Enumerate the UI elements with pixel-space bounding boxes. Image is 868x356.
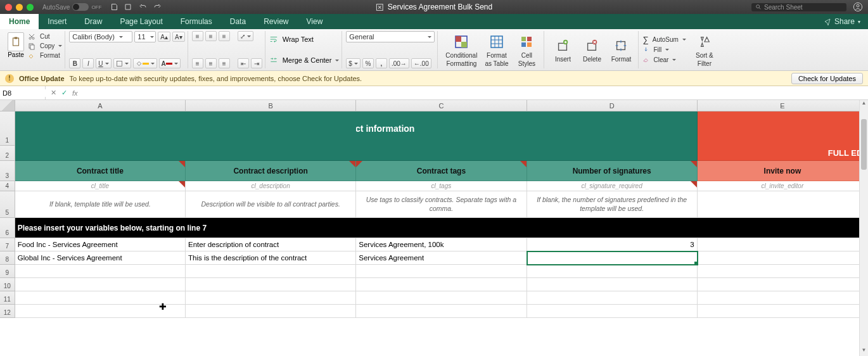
window-maximize[interactable]: [27, 4, 34, 11]
save-alt-icon[interactable]: [124, 3, 132, 11]
cell-C7[interactable]: Services Agreement, 100k: [356, 238, 527, 251]
cell-C5[interactable]: Use tags to classify contracts. Separate…: [356, 191, 527, 218]
cell-C9[interactable]: [356, 265, 527, 278]
cell-B8[interactable]: This is the description of the contract: [186, 251, 356, 265]
cell-A10[interactable]: [15, 278, 186, 291]
cell-E11[interactable]: [698, 291, 868, 305]
clear-button[interactable]: Clear: [642, 56, 686, 64]
cell-A5[interactable]: If blank, template title will be used.: [15, 191, 186, 218]
col-header-E[interactable]: E: [698, 100, 868, 111]
border-button[interactable]: [113, 58, 131, 68]
window-minimize[interactable]: [16, 4, 23, 11]
col-header-D[interactable]: D: [527, 100, 698, 111]
cell-D11[interactable]: [527, 291, 698, 305]
scroll-up-icon[interactable]: ▲: [860, 100, 868, 109]
cell-A11[interactable]: [15, 291, 186, 305]
undo-icon[interactable]: [138, 3, 147, 11]
cell-B10[interactable]: [186, 278, 356, 291]
autosum-button[interactable]: ∑AutoSum: [642, 35, 686, 44]
cell-A1[interactable]: [15, 111, 186, 146]
align-top-button[interactable]: ≡: [192, 31, 203, 41]
increase-font-button[interactable]: A▴: [158, 32, 170, 42]
format-cells-button[interactable]: Format: [606, 35, 635, 64]
formula-input[interactable]: [83, 89, 863, 97]
percent-button[interactable]: %: [362, 58, 374, 68]
tab-draw[interactable]: Draw: [75, 14, 111, 29]
cell-D10[interactable]: [527, 278, 698, 291]
fx-label[interactable]: fx: [72, 89, 78, 97]
delete-cells-button[interactable]: Delete: [577, 35, 606, 64]
fill-color-button[interactable]: [133, 58, 157, 68]
font-name-combo[interactable]: Calibri (Body): [69, 31, 132, 42]
increase-decimal-button[interactable]: .00→: [389, 58, 409, 68]
cell-B7[interactable]: Enter description of contract: [186, 238, 356, 251]
fill-button[interactable]: Fill: [642, 46, 686, 54]
cut-button[interactable]: Cut: [28, 32, 62, 41]
increase-indent-button[interactable]: ⇥: [251, 58, 262, 68]
row-header-6[interactable]: 6: [0, 218, 15, 238]
col-header-C[interactable]: C: [356, 100, 527, 111]
window-close[interactable]: [5, 4, 12, 11]
cell-E2[interactable]: FULL EDI: [698, 146, 868, 161]
name-box[interactable]: ▼: [0, 86, 46, 99]
check-updates-button[interactable]: Check for Updates: [791, 73, 863, 84]
row-header-10[interactable]: 10: [0, 278, 15, 291]
row-header-7[interactable]: 7: [0, 238, 15, 251]
cell-A8[interactable]: Global Inc - Services Agreement: [15, 251, 186, 265]
cell-E9[interactable]: [698, 265, 868, 278]
cell-A9[interactable]: [15, 265, 186, 278]
cell-C12[interactable]: [356, 305, 527, 318]
align-bottom-button[interactable]: ≡: [219, 31, 230, 41]
tab-review[interactable]: Review: [255, 14, 297, 29]
cell-C4[interactable]: cl_tags: [356, 181, 527, 191]
format-as-table-button[interactable]: Formatas Table: [481, 32, 512, 68]
merge-center-button[interactable]: Merge & Center: [269, 52, 340, 68]
row-header-5[interactable]: 5: [0, 191, 15, 218]
vertical-scrollbar[interactable]: ▲ ▼: [859, 100, 868, 356]
align-center-button[interactable]: ≡: [205, 58, 217, 68]
autosave-toggle[interactable]: AutoSave OFF: [42, 3, 101, 11]
row-header-1[interactable]: 1: [0, 111, 15, 146]
tab-page-layout[interactable]: Page Layout: [111, 14, 171, 29]
account-icon[interactable]: [853, 2, 863, 12]
cell-D7[interactable]: 3: [527, 238, 698, 251]
cell-D1[interactable]: [527, 111, 697, 146]
accept-formula-icon[interactable]: ✓: [61, 89, 67, 97]
row-header-9[interactable]: 9: [0, 265, 15, 278]
cell-B11[interactable]: [186, 291, 356, 305]
underline-button[interactable]: U: [96, 58, 111, 68]
search-sheet[interactable]: Search Sheet: [751, 3, 846, 11]
insert-cells-button[interactable]: Insert: [548, 35, 577, 64]
cell-D9[interactable]: [527, 265, 698, 278]
cell-styles-button[interactable]: CellStyles: [512, 32, 541, 68]
col-header-B[interactable]: B: [186, 100, 356, 111]
comma-button[interactable]: ,: [376, 58, 387, 68]
tab-view[interactable]: View: [298, 14, 332, 29]
align-right-button[interactable]: ≡: [219, 58, 230, 68]
sort-filter-button[interactable]: Sort &Filter: [690, 32, 719, 68]
cell-E4[interactable]: cl_invite_editor: [698, 181, 868, 191]
wrap-text-button[interactable]: Wrap Text: [269, 31, 340, 48]
cell-E3[interactable]: Invite now: [698, 161, 868, 181]
cancel-formula-icon[interactable]: ✕: [51, 89, 56, 97]
cell-B9[interactable]: [186, 265, 356, 278]
cell-B5[interactable]: Description will be visible to all contr…: [186, 191, 356, 218]
cell-E1[interactable]: [698, 111, 868, 146]
cell-A3[interactable]: Contract title: [15, 161, 186, 181]
cell-E10[interactable]: [698, 278, 868, 291]
decrease-font-button[interactable]: A▾: [172, 32, 185, 42]
cell-E8[interactable]: [698, 251, 868, 265]
cell-C8[interactable]: Services Agreement: [356, 251, 527, 265]
row-header-4[interactable]: 4: [0, 181, 15, 191]
share-button[interactable]: Share ▾: [816, 14, 868, 29]
font-size-combo[interactable]: 11: [134, 31, 156, 42]
cell-B4[interactable]: cl_description: [186, 181, 356, 191]
conditional-formatting-button[interactable]: ConditionalFormatting: [442, 32, 481, 68]
font-color-button[interactable]: A: [159, 58, 181, 68]
scroll-thumb[interactable]: [861, 119, 867, 170]
cell-A7[interactable]: Food Inc - Services Agreement: [15, 238, 186, 251]
row-header-12[interactable]: 12: [0, 305, 15, 318]
row-header-8[interactable]: 8: [0, 251, 15, 265]
cell-E5[interactable]: [698, 191, 868, 218]
cell-C11[interactable]: [356, 291, 527, 305]
